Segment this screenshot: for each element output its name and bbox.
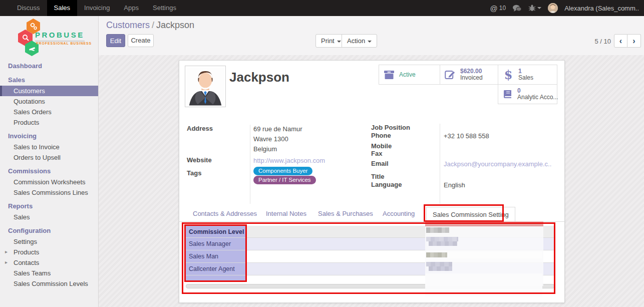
tab-contacts-addresses[interactable]: Contacts & Addresses [193,210,257,217]
breadcrumb-separator: / [150,20,156,30]
phone-value[interactable]: +32 10 588 558 [444,132,489,140]
pixelated-block [426,237,458,241]
sidebar-item-sales-orders[interactable]: Sales Orders [0,107,98,117]
logo-subtitle: PROFESSIONAL BUSINESS [36,42,92,45]
title-label: Title [371,173,385,180]
probuse-logo: PROBUSE PROFESSIONAL BUSINESS [0,16,98,57]
analytic-stat-label: Analytic Acco... [517,94,558,101]
edit-button[interactable]: Edit [106,34,125,47]
sidebar-item-orders-to-upsell[interactable]: Orders to Upsell [0,152,98,163]
pixelated-block [426,252,447,257]
edit-icon [444,70,456,80]
main-area: Customers/Jackpson Edit Create Print Act… [99,16,644,307]
sidebar-item-sales-commissions-lines[interactable]: Sales Commissions Lines [0,187,98,198]
dollar-icon: $ [502,68,514,82]
invoiced-stat-button[interactable]: $620.00 Invoiced [440,65,498,85]
user-avatar[interactable] [548,3,558,13]
book-icon [502,89,513,99]
mentions-counter[interactable]: @ 10 [490,4,506,13]
menu-invoicing[interactable]: Invoicing [77,0,117,16]
chat-bubble-icon[interactable] [512,5,522,12]
sidebar-section-sales[interactable]: Sales [0,74,98,86]
commission-level-cell[interactable]: Callcenter Agent [186,263,247,275]
sidebar-item-config-contacts[interactable]: ▸Contacts [0,257,98,268]
breadcrumb-current: Jackpson [156,20,194,30]
sidebar-item-customers[interactable]: Customers [0,86,98,96]
tab-internal-notes[interactable]: Internal Notes [266,210,306,217]
menu-sales[interactable]: Sales [47,0,78,16]
sidebar-item-sales-teams[interactable]: Sales Teams [0,268,98,278]
active-stat-label: Active [399,72,416,78]
mobile-label: Mobile [371,142,392,150]
address-label: Address [187,125,213,132]
tag-components-buyer[interactable]: Components Buyer [253,167,312,175]
menu-discuss[interactable]: Discuss [10,0,47,16]
sidebar-section-invoicing[interactable]: Invoicing [0,130,98,142]
sidebar-item-quotations[interactable]: Quotations [0,96,98,107]
menu-apps[interactable]: Apps [117,0,146,16]
record-title: Jackpson [229,70,289,85]
chevron-right-icon: ▸ [5,259,8,265]
record-form-sheet: Jackpson Active [179,60,565,303]
job-position-label: Job Position [371,124,410,131]
pager: ‹ › [614,34,641,48]
sales-stat-button[interactable]: $ 1 Sales [498,65,557,85]
sidebar-section-commissions[interactable]: Commissions [0,165,98,177]
tab-sales-purchases[interactable]: Sales & Purchases [318,210,373,217]
column-separator [440,124,440,204]
sidebar-section-reports[interactable]: Reports [0,200,98,212]
sidebar-item-sales-commission-levels[interactable]: Sales Commission Levels [0,278,98,289]
sidebar-nav: Dashboard Sales Customers Quotations Sal… [0,60,98,289]
sidebar-item-config-products[interactable]: ▸Products [0,247,98,257]
commission-level-cell[interactable]: Sales Man [186,250,247,262]
customer-photo[interactable] [185,66,226,107]
invoiced-stat-label: Invoiced [460,75,483,81]
create-button[interactable]: Create [128,34,154,47]
action-dropdown-button[interactable]: Action [342,34,377,48]
sidebar-item-reports-sales[interactable]: Sales [0,212,98,222]
caret-down-icon [537,7,541,9]
debug-bug-icon[interactable] [528,5,541,12]
top-navbar: Discuss Sales Invoicing Apps Settings @ … [0,0,644,16]
pager-previous-button[interactable]: ‹ [614,34,627,48]
sidebar-item-dashboard[interactable]: Dashboard [0,60,98,72]
tag-partner-it-services[interactable]: Partner / IT Services [253,176,316,184]
pixelated-block [429,241,457,246]
language-value[interactable]: English [444,181,465,189]
caret-down-icon [337,41,341,43]
menu-settings[interactable]: Settings [146,0,183,16]
sidebar-item-sales-to-invoice[interactable]: Sales to Invoice [0,142,98,152]
empty-level-cell [186,275,247,282]
pixelated-block [425,273,542,296]
address-line1[interactable]: 69 rue de Namur [253,125,302,133]
archive-icon [383,70,395,80]
address-line3[interactable]: Belgium [253,145,277,153]
sidebar: PROBUSE PROFESSIONAL BUSINESS Dashboard … [0,16,99,307]
caret-down-icon [368,41,372,43]
pixelated-block [447,251,542,258]
breadcrumb-customers-link[interactable]: Customers [106,20,150,30]
chevron-right-icon: ▸ [5,248,8,255]
mention-count: 10 [499,5,506,12]
app-window: Discuss Sales Invoicing Apps Settings @ … [0,0,644,307]
address-line2[interactable]: Wavre 1300 [253,135,288,143]
sidebar-item-products[interactable]: Products [0,117,98,128]
pager-next-button[interactable]: › [627,34,641,48]
active-stat-button[interactable]: Active [379,65,440,85]
user-name[interactable]: Alexandra (Sales_comm.. [564,5,639,12]
email-label: Email [371,160,389,167]
top-right-cluster: @ 10 [490,0,644,16]
commission-level-header[interactable]: Commission Level [186,226,247,237]
sidebar-section-configuration[interactable]: Configuration [0,225,98,236]
sidebar-item-commission-worksheets[interactable]: Commission Worksheets [0,177,98,187]
email-link[interactable]: Jackpson@yourcompany.example.c.. [444,160,551,168]
tab-accounting[interactable]: Accounting [383,210,415,217]
pixelated-block [426,262,452,266]
website-link[interactable]: http://www.jackpson.com [253,157,325,164]
sidebar-item-settings[interactable]: Settings [0,236,98,247]
stat-buttons: Active $620.00 Invoiced $ [379,65,557,104]
commission-level-cell[interactable]: Sales Manager [186,238,247,250]
pixelated-block [426,227,449,233]
tab-sales-commission-setting[interactable]: Sales Commission Setting [426,207,515,222]
analytic-stat-button[interactable]: 0 Analytic Acco... [498,84,557,104]
